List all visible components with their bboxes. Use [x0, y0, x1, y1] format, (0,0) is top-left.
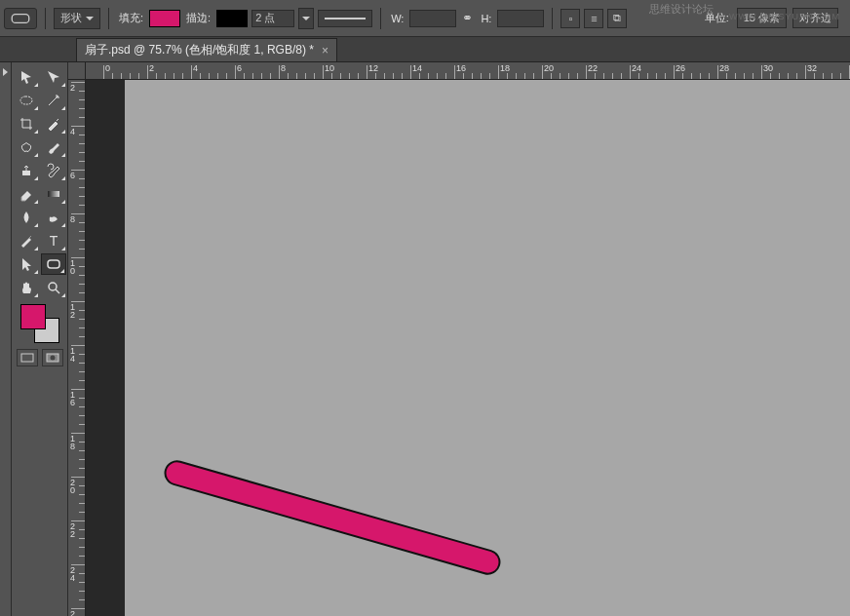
- width-label: W:: [391, 13, 404, 24]
- ruler-h-label: 20: [544, 63, 554, 73]
- ruler-origin[interactable]: [68, 62, 86, 80]
- tool-preset-picker[interactable]: [4, 8, 37, 29]
- document-tab-title: 扇子.psd @ 75.7% (色相/饱和度 1, RGB/8) *: [85, 42, 314, 58]
- ruler-v-label: 26: [70, 610, 75, 616]
- path-select-tool[interactable]: [14, 253, 39, 275]
- pixel-value[interactable]: 15 像素: [737, 8, 787, 28]
- panel-collapse-strip[interactable]: [0, 62, 12, 616]
- svg-rect-8: [21, 354, 33, 362]
- document-tab[interactable]: 扇子.psd @ 75.7% (色相/饱和度 1, RGB/8) * ×: [76, 38, 337, 61]
- crop-tool[interactable]: [14, 113, 39, 135]
- quick-mask-button[interactable]: [42, 349, 63, 366]
- ruler-h-label: 2: [149, 63, 154, 73]
- brush-tool[interactable]: [41, 136, 66, 158]
- stroke-width-input[interactable]: [251, 10, 294, 27]
- ruler-h-label: 8: [281, 63, 286, 73]
- stroke-width-dropdown[interactable]: [298, 8, 314, 29]
- fill-label: 填充:: [119, 11, 143, 25]
- workspace: 2468101214161820222426 02468101214161820…: [68, 62, 850, 616]
- blur-tool[interactable]: [14, 207, 39, 228]
- foreground-color-swatch[interactable]: [20, 304, 46, 329]
- standard-mode-button[interactable]: [17, 349, 38, 366]
- hand-tool[interactable]: [14, 277, 39, 298]
- expand-icon: [3, 68, 8, 76]
- ruler-h-label: 18: [500, 63, 510, 73]
- eyedropper-tool[interactable]: [41, 113, 66, 135]
- healing-tool[interactable]: [14, 136, 39, 158]
- ruler-v-label: 8: [70, 215, 75, 223]
- shape-mode-label: 形状: [60, 11, 82, 25]
- ruler-v-label: 2: [70, 84, 75, 92]
- link-wh-icon[interactable]: ⚭: [462, 11, 473, 25]
- eraser-tool[interactable]: [14, 183, 39, 205]
- document-tab-bar: 扇子.psd @ 75.7% (色相/饱和度 1, RGB/8) * ×: [0, 37, 850, 62]
- type-tool[interactable]: T: [41, 230, 66, 251]
- svg-rect-6: [48, 260, 59, 268]
- ruler-v-label: 22: [70, 522, 75, 538]
- gradient-tool[interactable]: [41, 183, 66, 205]
- ruler-v-label: 14: [70, 347, 75, 363]
- path-align-button[interactable]: ≡: [584, 9, 603, 28]
- ruler-h-label: 10: [325, 63, 334, 73]
- clone-tool[interactable]: [14, 160, 39, 181]
- ruler-v-label: 20: [70, 479, 75, 494]
- fill-color-swatch[interactable]: [149, 10, 180, 27]
- stroke-style-picker[interactable]: [318, 10, 372, 27]
- shape-mode-dropdown[interactable]: 形状: [54, 8, 100, 29]
- unit-label: 单位:: [705, 11, 729, 25]
- quick-mask-row: [17, 349, 63, 366]
- canvas-viewport[interactable]: [86, 80, 850, 616]
- smudge-tool[interactable]: [41, 207, 66, 228]
- path-combine-button[interactable]: ▫: [560, 9, 580, 28]
- artboard-tool[interactable]: [41, 66, 66, 88]
- ruler-h-label: 26: [676, 63, 685, 73]
- ruler-v-label: 16: [70, 391, 75, 406]
- svg-rect-0: [12, 14, 29, 22]
- ruler-h-label: 4: [193, 63, 198, 73]
- vertical-ruler[interactable]: 2468101214161820222426: [68, 62, 86, 616]
- ruler-v-label: 18: [70, 435, 75, 450]
- ruler-h-label: 32: [807, 63, 817, 73]
- path-arrange-button[interactable]: ⧉: [607, 9, 627, 28]
- color-swatches[interactable]: [20, 304, 59, 343]
- svg-text:T: T: [49, 233, 58, 249]
- stroke-color-swatch[interactable]: [216, 10, 248, 27]
- ruler-h-label: 12: [368, 63, 378, 73]
- svg-rect-3: [22, 171, 30, 175]
- svg-rect-11: [163, 458, 503, 576]
- tool-panel: T: [12, 62, 68, 616]
- magic-wand-tool[interactable]: [41, 90, 66, 111]
- move-tool[interactable]: [14, 66, 39, 88]
- height-input[interactable]: [497, 10, 544, 27]
- ruler-h-label: 22: [588, 63, 598, 73]
- pen-tool[interactable]: [14, 230, 39, 251]
- horizontal-ruler[interactable]: 0246810121416182022242628303234: [86, 62, 850, 80]
- ruler-h-label: 16: [456, 63, 466, 73]
- height-label: H:: [481, 13, 491, 24]
- rounded-rectangle-tool[interactable]: [41, 253, 66, 275]
- zoom-tool[interactable]: [41, 277, 66, 298]
- width-input[interactable]: [409, 10, 456, 27]
- ruler-v-label: 4: [70, 128, 75, 135]
- ruler-h-label: 0: [105, 63, 110, 73]
- ruler-v-label: 10: [70, 259, 75, 275]
- ruler-h-label: 28: [719, 63, 729, 73]
- ruler-v-label: 24: [70, 566, 75, 582]
- ruler-h-label: 30: [763, 63, 773, 73]
- close-icon[interactable]: ×: [322, 44, 328, 58]
- ruler-h-label: 24: [632, 63, 641, 73]
- history-brush-tool[interactable]: [41, 160, 66, 181]
- options-bar: 形状 填充: 描边: W: ⚭ H: ▫ ≡ ⧉ 单位: 15 像素 对齐边: [0, 0, 850, 37]
- svg-point-7: [49, 283, 57, 290]
- svg-point-2: [57, 96, 58, 97]
- svg-rect-1: [20, 96, 32, 104]
- svg-point-10: [50, 356, 55, 361]
- ruler-v-label: 12: [70, 303, 75, 319]
- chevron-down-icon: [86, 17, 94, 20]
- chevron-down-icon: [302, 17, 310, 20]
- ruler-h-label: 14: [412, 63, 422, 73]
- canvas-shape-layer: [86, 80, 850, 616]
- align-edges-button[interactable]: 对齐边: [792, 8, 838, 28]
- rounded-rectangle-shape[interactable]: [163, 458, 503, 576]
- marquee-tool[interactable]: [14, 90, 39, 111]
